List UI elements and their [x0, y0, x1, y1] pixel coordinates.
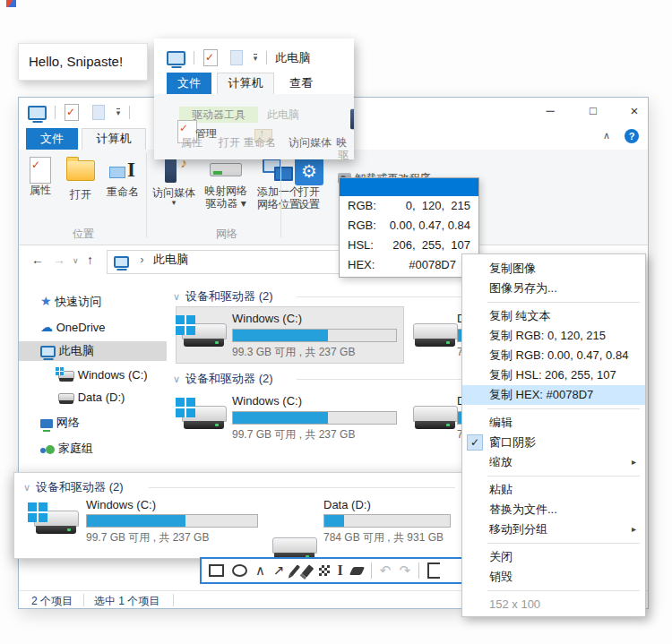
ribbon-divider	[280, 153, 281, 237]
hello-snip[interactable]: Hello, Snipaste!	[18, 43, 148, 81]
section-header[interactable]: ∨设备和驱动器 (2)	[173, 371, 273, 387]
sidebar-item-homegroup[interactable]: 家庭组	[19, 439, 167, 459]
rename-button[interactable]: 重命名	[101, 159, 144, 198]
menu-item-zoom[interactable]: 缩放 ▸	[462, 452, 645, 472]
forward-button[interactable]: →	[53, 253, 65, 267]
tab-file[interactable]: 文件	[26, 128, 78, 150]
drive-tile-windows-c[interactable]: Windows (C:) 99.7 GB 可用 , 共 237 GB	[176, 389, 404, 446]
mosaic-tool-icon[interactable]	[319, 565, 330, 576]
tab-view: 查看	[278, 73, 324, 94]
menu-item-copy-rgb-float[interactable]: 复制 RGB: 0.00, 0.47, 0.84	[462, 346, 645, 365]
clipped-tool-icon[interactable]	[427, 562, 440, 579]
drive-icon	[58, 393, 74, 404]
quick-access-toolbar: ▾	[28, 104, 134, 121]
hard-drive-icon	[182, 322, 227, 348]
snip-context-menu: 复制图像 图像另存为... 复制 纯文本 复制 RGB: 0, 120, 215…	[461, 253, 646, 617]
menu-item-move-to-group[interactable]: 移动到分组 ▸	[462, 519, 645, 539]
close-button[interactable]: ×	[621, 101, 648, 121]
menu-separator	[487, 543, 640, 544]
open-button[interactable]: 打开	[62, 160, 99, 201]
drive-name: Data (D:)	[323, 498, 371, 511]
marker-tool-icon[interactable]	[301, 564, 314, 577]
drive-icon	[58, 371, 74, 382]
customize-qat-icon[interactable]: ▾	[116, 108, 121, 116]
new-folder-qat-icon[interactable]	[92, 105, 105, 120]
menu-item-window-shadow[interactable]: ✓ 窗口阴影	[462, 433, 645, 452]
sidebar-item-quick-access[interactable]: ★ 快速访问	[19, 291, 167, 311]
pen-tool-icon[interactable]	[289, 564, 300, 576]
menu-item-destroy[interactable]: 销毁	[462, 567, 645, 587]
drive-capacity-text: 784 GB 可用 , 共 931 GB	[323, 530, 444, 545]
tab-file: 文件	[167, 73, 211, 94]
sidebar-item-this-pc[interactable]: 此电脑	[19, 341, 167, 361]
menu-item-copy-rgb[interactable]: 复制 RGB: 0, 120, 215	[462, 326, 645, 346]
menu-item-copy-image[interactable]: 复制图像	[462, 259, 645, 279]
map-network-drive-button[interactable]: 映射网络 驱动器 ▾	[200, 158, 252, 210]
properties-qat-icon[interactable]	[65, 104, 79, 121]
sidebar-item-network[interactable]: 网络	[19, 413, 167, 433]
submenu-arrow-icon: ▸	[632, 519, 636, 539]
group-label-location: 位置	[21, 227, 146, 242]
color-row-hsl: HSL:206, 255, 107	[340, 236, 478, 255]
menu-item-copy-hsl[interactable]: 复制 HSL: 206, 255, 107	[462, 365, 645, 385]
help-icon[interactable]: ?	[625, 129, 639, 143]
media-pc-icon	[159, 158, 188, 183]
hard-drive-icon	[182, 404, 227, 431]
rectangle-tool-icon[interactable]	[209, 564, 224, 577]
color-swatch	[340, 178, 478, 196]
collapse-chevron-icon: ∨	[173, 374, 180, 384]
polyline-tool-icon[interactable]: ∧	[255, 559, 265, 582]
minimize-button[interactable]: ─	[537, 101, 564, 121]
drive-capacity-text: 99.7 GB 可用 , 共 237 GB	[86, 530, 209, 545]
open-settings-button[interactable]: ⚙ 打开 设置	[288, 157, 331, 210]
recent-locations-icon[interactable]: ∨	[73, 256, 79, 265]
menu-item-paste[interactable]: 粘贴	[462, 480, 645, 500]
text-tool-icon[interactable]: I	[338, 559, 343, 582]
windows-logo-icon	[56, 367, 64, 375]
sidebar-item-onedrive[interactable]: ☁ OneDrive	[19, 317, 167, 337]
homegroup-icon	[40, 444, 55, 455]
color-row-rgb-float: RGB:0.00, 0.47, 0.84	[340, 216, 478, 236]
sidebar-item-windows-c[interactable]: Windows (C:)	[19, 365, 167, 385]
menu-item-replace-with-file[interactable]: 替换为文件...	[462, 500, 645, 519]
menu-item-close[interactable]: 关闭	[462, 547, 645, 567]
new-folder-qat-icon	[230, 50, 243, 65]
minimize-ribbon-icon[interactable]: ∧	[603, 130, 610, 142]
this-pc-icon	[167, 51, 185, 65]
maximize-button[interactable]: □	[580, 101, 607, 121]
redo-icon[interactable]: ↷	[399, 559, 410, 582]
menu-item-save-image-as[interactable]: 图像另存为...	[462, 279, 645, 298]
hello-text: Hello, Snipaste!	[29, 54, 123, 69]
menu-separator	[487, 302, 640, 303]
menu-item-snip-size: 152 x 100	[462, 595, 645, 614]
menu-item-copy-hex[interactable]: 复制 HEX: #0078D7	[462, 385, 645, 405]
eraser-tool-icon[interactable]	[349, 567, 365, 575]
properties-button[interactable]: 属性	[22, 157, 58, 196]
tab-computer[interactable]: 计算机	[82, 128, 146, 150]
ribbon-divider	[146, 153, 147, 237]
back-button[interactable]: ←	[31, 253, 44, 267]
drive-capacity-text: 99.3 GB 可用 , 共 237 GB	[232, 345, 355, 360]
ribbon-label: 重命名	[244, 135, 276, 150]
pinned-snip-explorer-top[interactable]: ▾ 此电脑 文件 计算机 查看 驱动器工具 此电脑 管理 属性 打开 重命名 访…	[154, 39, 354, 159]
sidebar-item-data-d[interactable]: Data (D:)	[19, 388, 167, 408]
section-header[interactable]: ∨设备和驱动器 (2)	[173, 288, 273, 305]
drive-capacity-text: 99.7 GB 可用 , 共 237 GB	[232, 427, 355, 442]
rename-icon	[108, 159, 138, 182]
arrow-tool-icon[interactable]: ↗	[273, 559, 285, 582]
ellipse-tool-icon[interactable]	[232, 564, 247, 577]
ghost-title: 此电脑	[267, 107, 299, 123]
access-media-button[interactable]: 访问媒体 ▾	[150, 158, 198, 206]
menu-item-edit[interactable]: 编辑	[462, 413, 645, 433]
quick-access-toolbar: ▾ 此电脑	[167, 49, 310, 66]
selected-count: 选中 1 个项目	[94, 594, 159, 609]
color-row-rgb: RGB:0, 120, 215	[340, 196, 478, 216]
pinned-snip-drives[interactable]: ∨设备和驱动器 (2) Windows (C:) 99.7 GB 可用 , 共 …	[13, 472, 468, 559]
ribbon-label: 打开	[219, 135, 240, 150]
item-count: 2 个项目	[31, 594, 73, 609]
drive-tile-windows-c[interactable]: Windows (C:) 99.3 GB 可用 , 共 237 GB	[176, 306, 404, 364]
undo-icon[interactable]: ↶	[380, 559, 392, 582]
this-pc-icon	[28, 106, 47, 120]
menu-item-copy-plain-text[interactable]: 复制 纯文本	[462, 306, 645, 326]
up-button[interactable]: ↑	[87, 253, 93, 267]
